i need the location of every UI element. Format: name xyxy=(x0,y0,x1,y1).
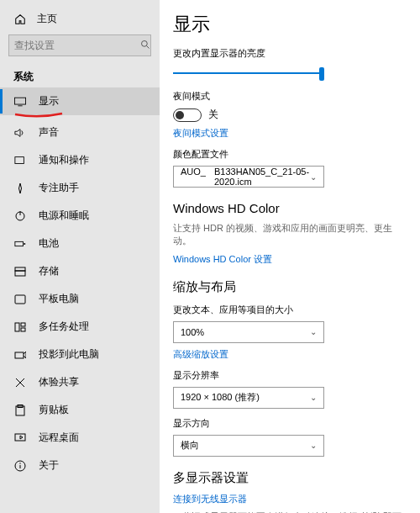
sidebar-item-label: 体验共享 xyxy=(39,375,79,389)
section-label: 系统 xyxy=(0,65,160,87)
sidebar-item-remote[interactable]: 远程桌面 xyxy=(0,424,160,452)
svg-rect-11 xyxy=(15,295,25,304)
remote-icon xyxy=(13,431,27,445)
focus-icon xyxy=(13,182,27,195)
svg-rect-8 xyxy=(24,243,25,245)
svg-rect-10 xyxy=(15,267,25,271)
svg-rect-12 xyxy=(15,323,19,331)
orientation-label: 显示方向 xyxy=(173,417,408,430)
night-light-link[interactable]: 夜间模式设置 xyxy=(173,127,408,140)
sidebar-item-multitask[interactable]: 多任务处理 xyxy=(0,313,160,341)
toggle-switch[interactable] xyxy=(173,108,202,122)
page-title: 显示 xyxy=(173,12,408,37)
scale-value: 100% xyxy=(181,327,204,337)
sidebar-item-clipboard[interactable]: 剪贴板 xyxy=(0,396,160,424)
svg-rect-15 xyxy=(15,352,24,358)
chevron-down-icon: ⌄ xyxy=(310,172,317,182)
color-profile-select[interactable]: AUO_ B133HAN05_C_21-05-2020.icm ⌄ xyxy=(173,166,324,188)
sound-icon xyxy=(13,126,27,140)
sidebar-item-sound[interactable]: 声音 xyxy=(0,119,160,146)
svg-point-0 xyxy=(142,40,148,46)
svg-line-1 xyxy=(147,45,150,48)
sidebar-item-label: 声音 xyxy=(39,125,59,140)
sidebar-item-label: 电池 xyxy=(39,236,59,251)
sidebar-item-label: 存储 xyxy=(39,264,59,278)
night-light-toggle[interactable]: 关 xyxy=(173,108,408,122)
sidebar-item-label: 多任务处理 xyxy=(39,320,89,334)
sidebar-item-label: 剪贴板 xyxy=(39,403,69,417)
brightness-label: 更改内置显示器的亮度 xyxy=(173,47,408,60)
chevron-down-icon: ⌄ xyxy=(310,393,317,402)
sidebar-item-tablet[interactable]: 平板电脑 xyxy=(0,285,160,313)
wireless-link[interactable]: 连接到无线显示器 xyxy=(173,493,408,505)
resolution-label: 显示分辨率 xyxy=(173,369,408,382)
sidebar-item-label: 关于 xyxy=(39,458,59,473)
sidebar-item-notifications[interactable]: 通知和操作 xyxy=(0,146,160,174)
sidebar-item-label: 专注助手 xyxy=(39,181,79,195)
scale-heading: 缩放与布局 xyxy=(173,279,408,295)
brightness-slider[interactable] xyxy=(173,65,324,82)
scale-label: 更改文本、应用等项目的大小 xyxy=(173,304,408,316)
sidebar-item-label: 电源和睡眠 xyxy=(39,209,89,223)
color-profile-value: B133HAN05_C_21-05-2020.icm xyxy=(214,167,310,187)
power-icon xyxy=(13,209,27,223)
home-icon xyxy=(13,13,27,26)
orientation-select[interactable]: 横向 ⌄ xyxy=(173,435,324,457)
scale-link[interactable]: 高级缩放设置 xyxy=(173,348,408,361)
svg-rect-2 xyxy=(14,98,25,104)
sidebar-item-label: 远程桌面 xyxy=(39,431,79,445)
resolution-select[interactable]: 1920 × 1080 (推荐) ⌄ xyxy=(173,387,324,409)
sidebar-item-power[interactable]: 电源和睡眠 xyxy=(0,202,160,230)
hd-color-heading: Windows HD Color xyxy=(173,201,408,215)
home-label: 主页 xyxy=(37,12,57,26)
sidebar-item-about[interactable]: 关于 xyxy=(0,452,160,479)
project-icon xyxy=(13,348,27,362)
multitask-icon xyxy=(13,320,27,334)
tablet-icon xyxy=(13,293,27,306)
sidebar-item-label: 平板电脑 xyxy=(39,292,79,306)
main-content: 显示 更改内置显示器的亮度 夜间模式 关 夜间模式设置 颜色配置文件 AUO_ … xyxy=(160,0,420,513)
nav-list-rest: 声音 通知和操作 专注助手 电源和睡眠 电池 存储 平板电脑 多任务处理 xyxy=(0,119,160,479)
night-light-heading: 夜间模式 xyxy=(173,90,408,103)
svg-rect-9 xyxy=(15,271,25,276)
sidebar-item-battery[interactable]: 电池 xyxy=(0,230,160,257)
annotation-red-underline xyxy=(13,112,160,119)
search-field[interactable] xyxy=(14,40,140,51)
notifications-icon xyxy=(13,154,27,167)
color-profile-heading: 颜色配置文件 xyxy=(173,148,408,161)
home-button[interactable]: 主页 xyxy=(0,7,160,34)
sidebar-item-focus[interactable]: 专注助手 xyxy=(0,174,160,202)
search-icon xyxy=(140,40,150,52)
sidebar-item-project[interactable]: 投影到此电脑 xyxy=(0,341,160,368)
storage-icon xyxy=(13,265,27,278)
svg-rect-7 xyxy=(15,241,24,246)
hd-color-sub: 让支持 HDR 的视频、游戏和应用的画面更明亮、更生动。 xyxy=(173,222,408,248)
scale-select[interactable]: 100% ⌄ xyxy=(173,321,324,343)
svg-rect-14 xyxy=(21,328,25,331)
resolution-value: 1920 × 1080 (推荐) xyxy=(181,391,260,404)
svg-rect-4 xyxy=(15,156,24,163)
orientation-value: 横向 xyxy=(181,439,199,452)
sidebar: 主页 系统 显示 声音 通知和操作 专注助手 电源和睡眠 xyxy=(0,0,160,513)
chevron-down-icon: ⌄ xyxy=(310,441,317,450)
svg-rect-13 xyxy=(21,323,25,326)
sidebar-item-label: 显示 xyxy=(39,94,59,108)
battery-icon xyxy=(13,237,27,251)
about-icon xyxy=(13,459,27,473)
multi-heading: 多显示器设置 xyxy=(173,470,408,486)
sidebar-item-label: 通知和操作 xyxy=(39,153,89,167)
color-profile-prefix: AUO_ xyxy=(181,167,206,187)
share-icon xyxy=(13,376,27,389)
clipboard-icon xyxy=(13,404,27,417)
sidebar-item-share[interactable]: 体验共享 xyxy=(0,368,160,396)
svg-point-23 xyxy=(19,463,20,463)
display-icon xyxy=(13,95,27,108)
sidebar-item-label: 投影到此电脑 xyxy=(39,347,99,362)
sidebar-item-storage[interactable]: 存储 xyxy=(0,257,160,285)
hd-color-link[interactable]: Windows HD Color 设置 xyxy=(173,253,408,266)
toggle-state: 关 xyxy=(208,108,218,122)
chevron-down-icon: ⌄ xyxy=(310,327,317,336)
search-input[interactable] xyxy=(8,34,151,56)
